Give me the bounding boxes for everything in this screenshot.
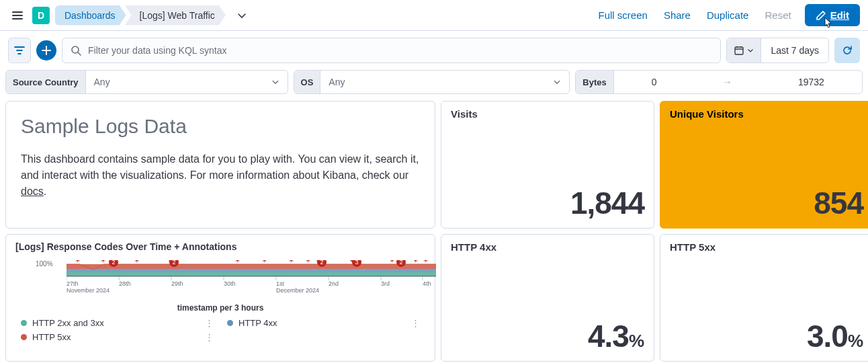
- legend-menu-button[interactable]: ⋮: [411, 318, 420, 328]
- panel-http-5xx: HTTP 5xx 3.0%: [660, 234, 868, 362]
- metric-value: 854: [670, 185, 863, 221]
- refresh-button[interactable]: [834, 38, 860, 63]
- fullscreen-button[interactable]: Full screen: [599, 9, 648, 21]
- panel-http-4xx: HTTP 4xx 4.3%: [441, 234, 654, 362]
- control-row: Source Country Any OS Any Bytes 0 → 1973…: [0, 70, 868, 101]
- metric-title: Unique Visitors: [670, 108, 863, 120]
- date-picker[interactable]: Last 7 days: [726, 38, 829, 63]
- panel-intro: Sample Logs Data This dashboard contains…: [5, 101, 435, 229]
- hamburger-icon: [12, 10, 23, 21]
- metric-unit: %: [629, 331, 644, 351]
- legend-dot-icon: [21, 320, 27, 326]
- panel-response-codes: [Logs] Response Codes Over Time + Annota…: [5, 234, 435, 362]
- duplicate-button[interactable]: Duplicate: [707, 9, 749, 21]
- svg-rect-2: [67, 264, 436, 269]
- chevron-down-icon: [271, 78, 279, 86]
- svg-text:November 2024: November 2024: [67, 287, 110, 294]
- pencil-icon: [816, 10, 826, 21]
- control-os[interactable]: OS Any: [294, 70, 570, 94]
- svg-text:2: 2: [112, 260, 115, 266]
- legend-item[interactable]: HTTP 4xx ⋮: [227, 318, 420, 328]
- svg-text:27th: 27th: [67, 280, 79, 287]
- chevron-down-icon: [747, 47, 754, 54]
- filter-icon: [14, 45, 25, 56]
- legend-item[interactable]: HTTP 5xx ⋮: [21, 332, 214, 342]
- filter-button[interactable]: [8, 38, 31, 63]
- panel-visits: Visits 1,844: [441, 101, 654, 229]
- intro-text: This dashboard contains sample data for …: [21, 151, 420, 200]
- svg-text:4th: 4th: [423, 280, 431, 287]
- breadcrumb-dropdown[interactable]: [236, 10, 247, 21]
- control-label: Source Country: [6, 71, 86, 93]
- arrow-right-icon: →: [723, 77, 732, 87]
- svg-text:2: 2: [172, 260, 175, 266]
- share-button[interactable]: Share: [664, 9, 691, 21]
- dashboard-grid: Sample Logs Data This dashboard contains…: [0, 101, 868, 363]
- chart-legend: HTTP 2xx and 3xx ⋮ HTTP 4xx ⋮ HTTP 5xx ⋮: [15, 318, 425, 342]
- y-axis-tick: 100%: [36, 260, 53, 268]
- svg-text:✶: ✶: [100, 260, 106, 264]
- legend-menu-button[interactable]: ⋮: [205, 318, 214, 328]
- docs-link[interactable]: docs: [21, 186, 44, 197]
- chevron-down-icon: [236, 10, 247, 21]
- svg-text:2nd: 2nd: [329, 280, 339, 287]
- control-value: Any: [329, 77, 345, 87]
- date-range-label[interactable]: Last 7 days: [761, 38, 828, 63]
- breadcrumb: Dashboards [Logs] Web Traffic: [55, 5, 226, 26]
- metric-value: 4.3: [588, 319, 629, 354]
- edit-button[interactable]: Edit: [805, 4, 860, 26]
- svg-text:✶: ✶: [413, 260, 419, 264]
- reset-button: Reset: [765, 9, 791, 21]
- space-badge[interactable]: D: [32, 7, 50, 24]
- menu-button[interactable]: [8, 6, 27, 25]
- panel-title: [Logs] Response Codes Over Time + Annota…: [15, 241, 425, 252]
- date-quick-button[interactable]: [727, 38, 761, 63]
- top-header: D Dashboards [Logs] Web Traffic Full scr…: [0, 0, 868, 31]
- search-box[interactable]: [62, 38, 721, 63]
- bytes-max: 19732: [798, 77, 824, 87]
- panel-unique-visitors: Unique Visitors 854: [660, 101, 868, 229]
- plus-icon: [42, 46, 51, 55]
- svg-text:✶: ✶: [234, 260, 241, 264]
- calendar-icon: [734, 45, 744, 56]
- add-filter-button[interactable]: [36, 40, 56, 61]
- control-source-country[interactable]: Source Country Any: [5, 70, 288, 94]
- svg-text:29th: 29th: [171, 280, 183, 287]
- svg-text:2: 2: [399, 260, 402, 266]
- metric-title: Visits: [451, 108, 644, 120]
- svg-text:✶: ✶: [423, 260, 429, 264]
- svg-rect-3: [67, 269, 436, 272]
- svg-rect-4: [67, 272, 436, 276]
- legend-item[interactable]: HTTP 2xx and 3xx ⋮: [21, 318, 214, 328]
- svg-text:2: 2: [320, 260, 323, 266]
- metric-value: 3.0: [807, 319, 848, 354]
- metric-unit: %: [848, 331, 863, 351]
- svg-text:✶: ✶: [288, 260, 294, 264]
- control-label: Bytes: [576, 71, 613, 93]
- edit-label: Edit: [830, 9, 849, 21]
- legend-dot-icon: [227, 320, 233, 326]
- control-label: OS: [294, 71, 321, 93]
- legend-dot-icon: [21, 334, 27, 340]
- bytes-min: 0: [652, 77, 657, 87]
- metric-value: 1,844: [451, 185, 644, 221]
- refresh-icon: [842, 45, 853, 56]
- control-bytes[interactable]: Bytes 0 → 19732: [575, 70, 863, 94]
- svg-text:30th: 30th: [224, 280, 236, 287]
- area-chart: ✶✶ ✶✶ ✶✶ ✶✶✶ ✶✶ ✶✶ 2 2 2 3 2 27th: [67, 260, 436, 298]
- breadcrumb-current[interactable]: [Logs] Web Traffic: [125, 5, 226, 26]
- search-icon: [71, 45, 81, 56]
- control-value: Any: [94, 77, 110, 87]
- svg-text:3rd: 3rd: [381, 280, 390, 287]
- chart-area[interactable]: 100% ✶✶ ✶✶: [15, 260, 425, 298]
- svg-text:1st: 1st: [276, 280, 285, 287]
- svg-text:✶: ✶: [261, 260, 267, 264]
- metric-title: HTTP 4xx: [451, 241, 644, 253]
- svg-text:✶: ✶: [75, 260, 81, 264]
- svg-text:3: 3: [355, 260, 358, 266]
- search-input[interactable]: [88, 45, 712, 56]
- svg-text:✶: ✶: [389, 260, 395, 264]
- breadcrumb-dashboards[interactable]: Dashboards: [55, 5, 126, 26]
- intro-title: Sample Logs Data: [21, 115, 420, 138]
- legend-menu-button[interactable]: ⋮: [205, 332, 214, 342]
